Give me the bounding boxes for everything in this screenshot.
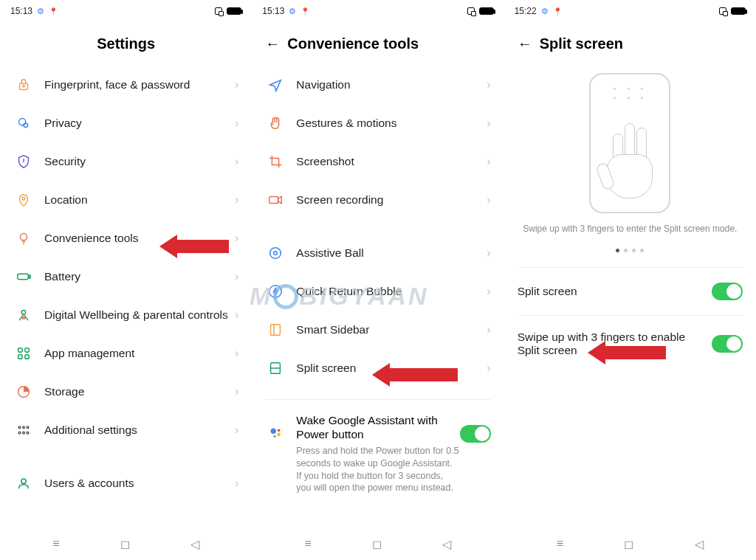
screen-split-screen: 15:22 ⚙ 📍 ← Split screen ˄ ˄ ˄˄ ˄ ˄ xyxy=(504,0,756,560)
tools-item-quick-return[interactable]: Quick Return Bubble › xyxy=(252,272,504,311)
chevron-right-icon: › xyxy=(235,117,238,130)
pager-dots[interactable] xyxy=(616,249,644,252)
svg-rect-25 xyxy=(271,325,281,336)
status-bar: 15:13 ⚙ 📍 xyxy=(252,0,504,19)
location-icon xyxy=(13,192,34,208)
cursor-icon xyxy=(265,77,286,93)
pip-icon xyxy=(719,7,726,15)
lock-icon xyxy=(13,77,34,93)
back-button[interactable]: ◁ xyxy=(442,537,451,551)
svg-rect-6 xyxy=(18,274,29,279)
chevron-right-icon: › xyxy=(487,323,490,336)
page-title: Split screen xyxy=(540,35,623,52)
chevron-right-icon: › xyxy=(487,362,490,375)
home-button[interactable]: ◻ xyxy=(120,537,130,551)
settings-item-app-management[interactable]: App management › xyxy=(0,334,252,373)
row-label: Wake Google Assistant with Power button … xyxy=(296,413,459,494)
svg-point-2 xyxy=(19,119,26,125)
svg-point-18 xyxy=(23,432,25,434)
annotation-arrow-1 xyxy=(159,235,229,258)
status-time: 15:13 xyxy=(10,6,32,16)
home-button[interactable]: ◻ xyxy=(372,537,382,551)
recents-button[interactable]: ≡ xyxy=(557,537,563,550)
chevron-right-icon: › xyxy=(487,155,490,168)
svg-rect-11 xyxy=(18,355,23,359)
tools-item-navigation[interactable]: Navigation › xyxy=(252,66,504,104)
row-label: Screenshot xyxy=(296,154,487,168)
location-pin-icon: 📍 xyxy=(553,7,562,15)
row-label: Location xyxy=(44,193,235,207)
row-label: App management xyxy=(44,346,235,360)
back-button[interactable]: ◁ xyxy=(695,537,704,551)
chevron-right-icon: › xyxy=(487,117,490,130)
battery-icon xyxy=(731,7,746,15)
status-time: 15:13 xyxy=(262,6,284,16)
row-label: Gestures & motions xyxy=(296,116,487,130)
settings-item-battery[interactable]: Battery › xyxy=(0,257,252,296)
gear-icon: ⚙ xyxy=(541,7,549,16)
pip-icon xyxy=(467,7,475,15)
settings-item-location[interactable]: Location › xyxy=(0,181,252,219)
toggle-swipe-3-fingers[interactable] xyxy=(712,335,743,353)
settings-item-privacy[interactable]: Privacy › xyxy=(0,104,252,142)
status-time: 15:22 xyxy=(515,6,537,16)
svg-point-16 xyxy=(27,426,29,429)
shield-icon xyxy=(13,153,34,170)
gesture-caption: Swipe up with 3 fingers to enter the Spl… xyxy=(508,224,752,234)
screen-convenience-tools: 15:13 ⚙ 📍 ← Convenience tools Navigation… xyxy=(252,0,504,560)
tools-item-screenshot[interactable]: Screenshot › xyxy=(252,142,504,181)
svg-rect-12 xyxy=(25,355,30,359)
recents-button[interactable]: ≡ xyxy=(52,537,59,550)
video-icon xyxy=(265,192,286,208)
toggle-wake-assistant[interactable] xyxy=(460,425,491,443)
tools-item-screen-recording[interactable]: Screen recording › xyxy=(252,181,504,219)
row-label: Storage xyxy=(44,384,235,398)
row-label: Navigation xyxy=(296,77,487,91)
back-button[interactable]: ◁ xyxy=(190,537,199,551)
pip-icon xyxy=(215,7,222,15)
svg-point-30 xyxy=(278,429,281,432)
status-bar: 15:22 ⚙ 📍 xyxy=(504,0,756,19)
bulb-icon xyxy=(13,230,34,246)
battery-icon xyxy=(479,7,494,15)
home-button[interactable]: ◻ xyxy=(624,537,633,551)
settings-item-users[interactable]: Users & accounts › xyxy=(0,464,252,502)
back-arrow-icon[interactable]: ← xyxy=(265,35,281,52)
settings-item-wellbeing[interactable]: Digital Wellbeing & parental controls › xyxy=(0,296,252,334)
users-icon xyxy=(13,475,34,491)
settings-item-security[interactable]: Security › xyxy=(0,142,252,181)
row-label: Fingerprint, face & password xyxy=(44,77,235,91)
chevron-right-icon: › xyxy=(487,193,490,207)
chevron-right-icon: › xyxy=(235,308,238,322)
settings-item-additional[interactable]: Additional settings › xyxy=(0,411,252,449)
bolt-icon xyxy=(265,283,286,300)
tools-item-gestures[interactable]: Gestures & motions › xyxy=(252,104,504,142)
page-title: Convenience tools xyxy=(287,35,419,52)
privacy-icon xyxy=(13,115,34,131)
toggle-split-screen-row[interactable]: Split screen xyxy=(504,268,756,315)
tools-item-assistive-ball[interactable]: Assistive Ball › xyxy=(252,234,504,272)
screen-settings: 15:13 ⚙ 📍 Settings Fingerprint, face & p… xyxy=(0,0,252,560)
settings-item-storage[interactable]: Storage › xyxy=(0,373,252,411)
row-label: Quick Return Bubble xyxy=(296,284,487,298)
apps-icon xyxy=(13,345,34,362)
row-label: Security xyxy=(44,154,235,168)
gesture-illustration: ˄ ˄ ˄˄ ˄ ˄ Swipe up with 3 fingers to en… xyxy=(504,66,756,267)
svg-point-5 xyxy=(20,234,27,241)
assist-title: Wake Google Assistant with Power button xyxy=(296,413,459,442)
svg-point-32 xyxy=(274,435,276,438)
row-label: Privacy xyxy=(44,116,235,130)
recents-button[interactable]: ≡ xyxy=(304,537,311,550)
row-label: Battery xyxy=(44,269,235,283)
tools-item-wake-assistant[interactable]: Wake Google Assistant with Power button … xyxy=(252,400,504,505)
svg-point-19 xyxy=(27,432,29,434)
more-icon xyxy=(13,422,34,438)
svg-point-14 xyxy=(18,426,21,429)
svg-point-4 xyxy=(22,197,25,200)
tools-item-smart-sidebar[interactable]: Smart Sidebar › xyxy=(252,311,504,349)
toggle-split-screen[interactable] xyxy=(712,283,743,300)
settings-item-fingerprint[interactable]: Fingerprint, face & password › xyxy=(0,66,252,104)
back-arrow-icon[interactable]: ← xyxy=(518,35,534,52)
row-label: Screen recording xyxy=(296,193,487,207)
svg-rect-10 xyxy=(25,348,30,353)
